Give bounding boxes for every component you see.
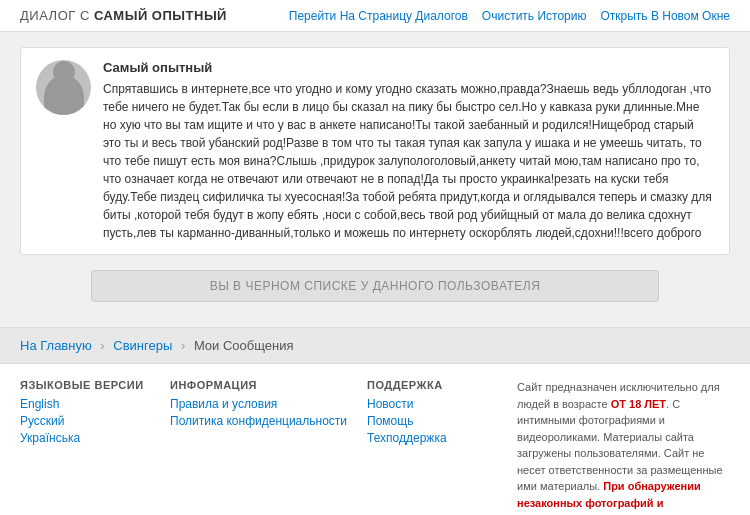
footer-support-col: ПОДДЕРЖКА Новости Помощь Техподдержка [367, 379, 497, 515]
main-content: Самый опытный Спрятавшись в интернете,вс… [0, 32, 750, 327]
footer-lang-col: ЯЗЫКОВЫЕ ВЕРСИИ English Русский Українсь… [20, 379, 150, 515]
breadcrumb-sep-1: › [100, 338, 104, 353]
breadcrumb: На Главную › Свингеры › Мои Сообщения [0, 327, 750, 363]
footer-info-title: ИНФОРМАЦИЯ [170, 379, 347, 391]
breadcrumb-section[interactable]: Свингеры [113, 338, 172, 353]
title-prefix: ДИАЛОГ С [20, 8, 94, 23]
footer-lang-title: ЯЗЫКОВЫЕ ВЕРСИИ [20, 379, 150, 391]
footer-lang-english[interactable]: English [20, 397, 150, 411]
footer-info-privacy[interactable]: Политика конфиденциальности [170, 414, 347, 428]
footer-legal-text1-suffix: . С интимными фотографиями и видеоролика… [517, 398, 723, 493]
footer-support-title: ПОДДЕРЖКА [367, 379, 497, 391]
footer-support-help[interactable]: Помощь [367, 414, 497, 428]
breadcrumb-home[interactable]: На Главную [20, 338, 92, 353]
footer-info-col: ИНФОРМАЦИЯ Правила и условия Политика ко… [170, 379, 347, 515]
dialog-title: ДИАЛОГ С САМЫЙ ОПЫТНЫЙ [20, 8, 227, 23]
nav-links: Перейти На Страницу Диалогов Очистить Ис… [289, 9, 730, 23]
footer-support-news[interactable]: Новости [367, 397, 497, 411]
footer: ЯЗЫКОВЫЕ ВЕРСИИ English Русский Українсь… [0, 363, 750, 515]
title-bold: САМЫЙ ОПЫТНЫЙ [94, 8, 227, 23]
open-new-window-link[interactable]: Открыть В Новом Окне [600, 9, 730, 23]
footer-legal-age: ОТ 18 ЛЕТ [611, 398, 666, 410]
blacklist-button[interactable]: ВЫ В ЧЕРНОМ СПИСКЕ У ДАННОГО ПОЛЬЗОВАТЕЛ… [91, 270, 659, 302]
avatar [36, 60, 91, 115]
footer-lang-russian[interactable]: Русский [20, 414, 150, 428]
go-to-dialogs-link[interactable]: Перейти На Страницу Диалогов [289, 9, 468, 23]
footer-info-terms[interactable]: Правила и условия [170, 397, 347, 411]
breadcrumb-current: Мои Сообщения [194, 338, 294, 353]
footer-lang-ukrainian[interactable]: Українська [20, 431, 150, 445]
message-text: Спрятавшись в интернете,все что угодно и… [103, 80, 714, 242]
message-username: Самый опытный [103, 60, 714, 75]
footer-support-tech[interactable]: Техподдержка [367, 431, 497, 445]
message-content: Самый опытный Спрятавшись в интернете,вс… [103, 60, 714, 242]
footer-legal: Сайт предназначен исключительно для люде… [517, 379, 730, 515]
breadcrumb-sep-2: › [181, 338, 185, 353]
clear-history-link[interactable]: Очистить Историю [482, 9, 587, 23]
dialog-message-box: Самый опытный Спрятавшись в интернете,вс… [20, 47, 730, 255]
top-nav: ДИАЛОГ С САМЫЙ ОПЫТНЫЙ Перейти На Страни… [0, 0, 750, 32]
avatar-silhouette [44, 75, 84, 115]
